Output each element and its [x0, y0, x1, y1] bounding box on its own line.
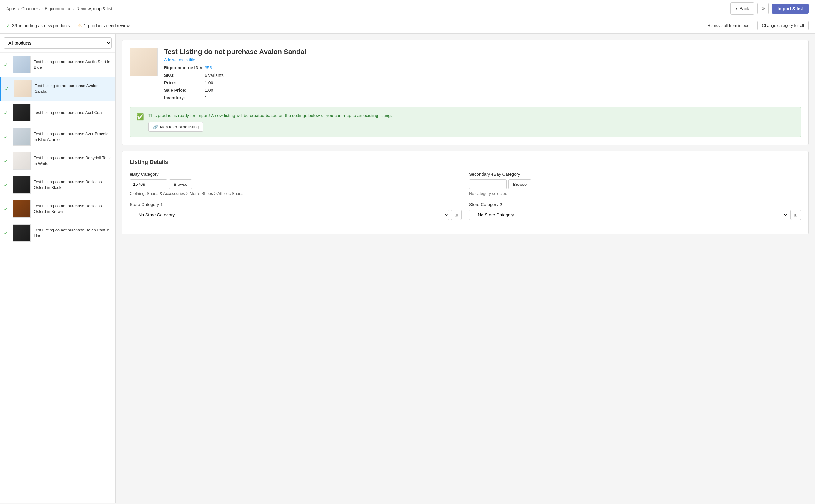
- add-words-link[interactable]: Add words to title: [164, 57, 195, 62]
- sku-value: 6 variants: [205, 72, 306, 78]
- change-category-button[interactable]: Change category for all: [758, 21, 809, 30]
- store-category2-tree-button[interactable]: ⊞: [790, 210, 801, 220]
- map-to-existing-button[interactable]: 🔗 Map to existing listing: [148, 122, 203, 132]
- check-icon: ✓: [6, 22, 10, 28]
- secondary-category-input-row: Browse: [469, 179, 801, 189]
- status-right: Remove all from import Change category f…: [703, 21, 809, 30]
- ebay-category-browse-button[interactable]: Browse: [169, 179, 192, 189]
- product-filter-select[interactable]: All products New products Existing produ…: [4, 37, 111, 49]
- review-status: ⚠ 1 products need review: [77, 22, 130, 28]
- sidebar-thumbnail: [13, 224, 31, 242]
- sidebar-check-icon: ✓: [4, 230, 10, 236]
- product-info: Test Listing do not purchase Avalon Sand…: [164, 48, 306, 101]
- sku-label: SKU:: [164, 72, 205, 78]
- breadcrumb-channels[interactable]: Channels: [21, 6, 40, 11]
- sidebar-check-icon: ✓: [4, 158, 10, 164]
- sidebar-item[interactable]: ✓Test Listing do not purchase Avalon San…: [0, 77, 115, 101]
- status-bar: ✓ 39 importing as new products ⚠ 1 produ…: [0, 17, 815, 34]
- ebay-category-input[interactable]: [130, 179, 167, 189]
- ebay-category-group: eBay Category Browse Clothing, Shoes & A…: [130, 172, 462, 196]
- ready-message: This product is ready for import! A new …: [148, 112, 794, 119]
- sidebar-thumbnail: [13, 152, 31, 170]
- category-path: Clothing, Shoes & Accessories > Men's Sh…: [130, 191, 462, 196]
- store-category1-row: -- No Store Category -- ⊞: [130, 210, 462, 220]
- sidebar-thumbnail: [14, 80, 32, 97]
- breadcrumb-bigcommerce[interactable]: Bigcommerce: [45, 6, 72, 11]
- sidebar-check-icon: ✓: [4, 62, 10, 68]
- secondary-ebay-category-label: Secondary eBay Category: [469, 172, 801, 177]
- inventory-label: Inventory:: [164, 95, 205, 101]
- store-category2-label: Store Category 2: [469, 202, 801, 207]
- product-header: Test Listing do not purchase Avalon Sand…: [130, 48, 801, 101]
- sidebar-item[interactable]: ✓Test Listing do not purchase Backless O…: [0, 197, 115, 221]
- breadcrumb-apps[interactable]: Apps: [6, 6, 16, 11]
- sale-price-value: 1.00: [205, 87, 306, 93]
- import-list-button[interactable]: Import & list: [772, 4, 809, 14]
- ready-check-icon: ✅: [136, 113, 144, 121]
- sidebar-thumbnail: [13, 200, 31, 218]
- store-category2-row: -- No Store Category -- ⊞: [469, 210, 801, 220]
- chevron-left-icon: [736, 5, 738, 12]
- remove-all-button[interactable]: Remove all from import: [703, 21, 754, 30]
- sidebar-check-icon: ✓: [4, 134, 10, 140]
- sidebar-item[interactable]: ✓Test Listing do not purchase Backless O…: [0, 173, 115, 197]
- ebay-category-input-row: Browse: [130, 179, 462, 189]
- import-list-label: Import & list: [778, 6, 803, 11]
- bigcommerce-id-value[interactable]: 353: [205, 65, 306, 71]
- tree-icon-2: ⊞: [794, 212, 798, 217]
- sale-price-label: Sale Price:: [164, 87, 205, 93]
- sidebar-item[interactable]: ✓Test Listing do not purchase Azur Brace…: [0, 125, 115, 149]
- sidebar-list: ✓Test Listing do not purchase Austin Shi…: [0, 53, 115, 503]
- tree-icon-1: ⊞: [454, 212, 458, 217]
- sidebar-check-icon: ✓: [5, 86, 11, 92]
- product-thumbnail: [130, 48, 158, 76]
- product-title: Test Listing do not purchase Avalon Sand…: [164, 48, 306, 56]
- product-card: Test Listing do not purchase Avalon Sand…: [122, 40, 809, 145]
- sidebar-item-label: Test Listing do not purchase Azur Bracel…: [34, 131, 111, 142]
- breadcrumb-current: Review, map & list: [76, 6, 112, 11]
- sidebar: All products New products Existing produ…: [0, 34, 116, 503]
- sidebar-item-label: Test Listing do not purchase Balan Pant …: [34, 227, 111, 239]
- sidebar-thumbnail: [13, 128, 31, 146]
- sidebar-item-label: Test Listing do not purchase Babydoll Ta…: [34, 155, 111, 166]
- gear-button[interactable]: ⚙: [758, 3, 769, 14]
- back-label: Back: [739, 6, 749, 11]
- bigcommerce-id-label: Bigcommerce ID #:: [164, 65, 205, 71]
- main-layout: All products New products Existing produ…: [0, 34, 815, 503]
- status-left: ✓ 39 importing as new products ⚠ 1 produ…: [6, 22, 130, 28]
- sidebar-item[interactable]: ✓Test Listing do not purchase Austin Shi…: [0, 53, 115, 77]
- breadcrumb-sep-3: ›: [73, 7, 75, 11]
- secondary-category-input[interactable]: [469, 179, 506, 189]
- sidebar-item[interactable]: ✓Test Listing do not purchase Balan Pant…: [0, 221, 115, 245]
- sidebar-thumbnail: [13, 104, 31, 121]
- price-value: 1.00: [205, 80, 306, 86]
- sidebar-thumbnail: [13, 176, 31, 194]
- map-icon: 🔗: [153, 125, 158, 129]
- ready-banner: ✅ This product is ready for import! A ne…: [130, 107, 801, 137]
- ebay-category-label: eBay Category: [130, 172, 462, 177]
- gear-icon: ⚙: [761, 6, 765, 11]
- ready-text: This product is ready for import! A new …: [148, 112, 794, 132]
- sidebar-check-icon: ✓: [4, 182, 10, 188]
- back-button[interactable]: Back: [730, 2, 754, 15]
- breadcrumb: Apps › Channels › Bigcommerce › Review, …: [6, 6, 112, 11]
- sidebar-thumbnail: [13, 56, 31, 73]
- store-category-row: Store Category 1 -- No Store Category --…: [130, 202, 801, 220]
- sidebar-item[interactable]: ✓Test Listing do not purchase Axel Coat: [0, 101, 115, 125]
- price-label: Price:: [164, 80, 205, 86]
- sidebar-filter: All products New products Existing produ…: [0, 34, 115, 53]
- store-category1-select[interactable]: -- No Store Category --: [130, 210, 449, 220]
- secondary-category-browse-button[interactable]: Browse: [508, 179, 531, 189]
- store-category1-tree-button[interactable]: ⊞: [451, 210, 462, 220]
- category-row: eBay Category Browse Clothing, Shoes & A…: [130, 172, 801, 196]
- warning-icon: ⚠: [77, 22, 82, 28]
- sidebar-item[interactable]: ✓Test Listing do not purchase Babydoll T…: [0, 149, 115, 173]
- sidebar-check-icon: ✓: [4, 110, 10, 116]
- inventory-value: 1: [205, 95, 306, 101]
- store-category2-select[interactable]: -- No Store Category --: [469, 210, 788, 220]
- header: Apps › Channels › Bigcommerce › Review, …: [0, 0, 815, 17]
- store-category2-group: Store Category 2 -- No Store Category --…: [469, 202, 801, 220]
- importing-count: 39: [12, 23, 17, 28]
- sidebar-item-label: Test Listing do not purchase Backless Ox…: [34, 179, 111, 190]
- breadcrumb-sep-1: ›: [18, 7, 19, 11]
